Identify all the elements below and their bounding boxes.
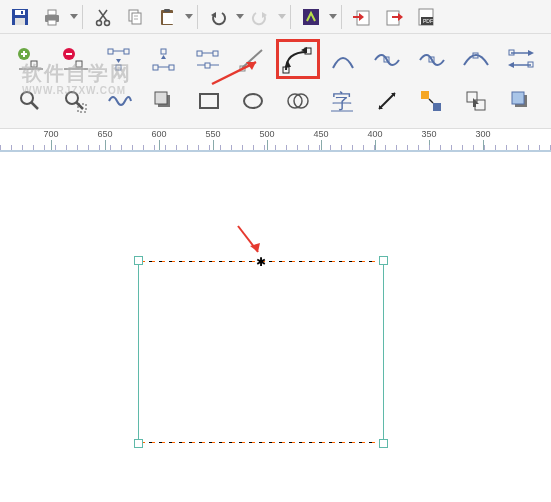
ellipse-button[interactable] xyxy=(232,81,275,121)
to-curve-button[interactable] xyxy=(276,39,320,79)
ruler-label: 350 xyxy=(421,129,436,139)
app-launcher-button[interactable] xyxy=(296,2,326,32)
svg-rect-45 xyxy=(169,65,174,70)
freehand-button[interactable] xyxy=(98,81,141,121)
svg-marker-63 xyxy=(528,50,534,56)
copy-button[interactable] xyxy=(120,2,150,32)
svg-rect-75 xyxy=(200,94,218,108)
break-node-button[interactable] xyxy=(142,39,184,79)
horizontal-ruler: 700650600550500450400350300 xyxy=(0,129,551,151)
print-button[interactable] xyxy=(37,2,67,32)
svg-point-76 xyxy=(244,94,262,108)
combine-button[interactable] xyxy=(276,81,319,121)
svg-rect-42 xyxy=(161,49,166,54)
publish-pdf-button[interactable]: PDF xyxy=(411,2,441,32)
smooth-node-button[interactable] xyxy=(366,39,408,79)
to-line-button[interactable] xyxy=(231,39,273,79)
arc-tool-button[interactable] xyxy=(322,39,364,79)
svg-text:字: 字 xyxy=(332,90,352,112)
svg-rect-2 xyxy=(15,18,25,25)
svg-point-10 xyxy=(105,20,110,25)
corner-handle-br[interactable] xyxy=(379,439,388,448)
svg-rect-85 xyxy=(433,103,441,111)
svg-rect-38 xyxy=(124,49,129,54)
redo-button[interactable] xyxy=(245,2,275,32)
svg-line-71 xyxy=(76,102,83,109)
zoom-button[interactable] xyxy=(9,81,52,121)
delete-node-button[interactable] xyxy=(53,39,95,79)
undo-button[interactable] xyxy=(203,2,233,32)
svg-rect-50 xyxy=(205,63,210,68)
svg-rect-44 xyxy=(153,65,158,70)
svg-rect-31 xyxy=(31,61,37,67)
ruler-label: 700 xyxy=(43,129,58,139)
svg-rect-37 xyxy=(108,49,113,54)
save-button[interactable] xyxy=(5,2,35,32)
cut-button[interactable] xyxy=(88,2,118,32)
svg-marker-43 xyxy=(161,55,166,59)
paste-dropdown[interactable] xyxy=(185,14,193,19)
app-dropdown[interactable] xyxy=(329,14,337,19)
svg-rect-91 xyxy=(512,92,524,104)
redo-dropdown[interactable] xyxy=(278,14,286,19)
svg-marker-66 xyxy=(508,62,514,68)
zoom-selection-button[interactable] xyxy=(54,81,97,121)
text-button[interactable]: 字 xyxy=(321,81,364,121)
export-button[interactable] xyxy=(379,2,409,32)
ruler-label: 300 xyxy=(475,129,490,139)
add-node-button[interactable] xyxy=(9,39,51,79)
connector-button[interactable] xyxy=(410,81,453,121)
svg-rect-48 xyxy=(213,51,218,56)
svg-line-81 xyxy=(379,93,395,109)
corner-handle-bl[interactable] xyxy=(134,439,143,448)
ruler-label: 400 xyxy=(367,129,382,139)
corner-handle-tl[interactable] xyxy=(134,256,143,265)
selected-rectangle[interactable]: ✱ xyxy=(138,260,384,444)
svg-rect-41 xyxy=(116,65,121,70)
shadow-button[interactable] xyxy=(143,81,186,121)
ruler-label: 500 xyxy=(259,129,274,139)
dimension-button[interactable] xyxy=(366,81,409,121)
print-dropdown[interactable] xyxy=(70,14,78,19)
svg-text:PDF: PDF xyxy=(423,18,433,24)
align-nodes-button[interactable] xyxy=(187,39,229,79)
svg-rect-5 xyxy=(48,10,56,15)
svg-rect-35 xyxy=(76,61,82,67)
svg-rect-84 xyxy=(421,91,429,99)
svg-marker-89 xyxy=(473,98,479,107)
ruler-label: 600 xyxy=(151,129,166,139)
ruler-label: 550 xyxy=(205,129,220,139)
svg-line-53 xyxy=(242,50,262,68)
rectangle-button[interactable] xyxy=(187,81,230,121)
corner-handle-tr[interactable] xyxy=(379,256,388,265)
reverse-direction-button[interactable] xyxy=(500,39,542,79)
svg-line-86 xyxy=(429,99,433,103)
svg-rect-47 xyxy=(197,51,202,56)
svg-rect-16 xyxy=(163,13,173,24)
main-toolbar: PDF xyxy=(0,0,551,34)
svg-line-69 xyxy=(31,102,38,109)
cusp-node-button[interactable] xyxy=(411,39,453,79)
import-button[interactable] xyxy=(347,2,377,32)
paste-button[interactable] xyxy=(152,2,182,32)
symmetric-node-button[interactable] xyxy=(455,39,497,79)
copy-properties-button[interactable] xyxy=(455,81,498,121)
svg-rect-17 xyxy=(164,9,170,12)
svg-rect-6 xyxy=(48,20,56,25)
undo-dropdown[interactable] xyxy=(236,14,244,19)
svg-rect-74 xyxy=(155,92,167,104)
join-nodes-button[interactable] xyxy=(98,39,140,79)
top-edge-node[interactable]: ✱ xyxy=(256,256,266,268)
effects-button[interactable] xyxy=(499,81,542,121)
svg-point-9 xyxy=(97,20,102,25)
ruler-label: 650 xyxy=(97,129,112,139)
svg-rect-1 xyxy=(15,10,25,15)
ruler-label: 450 xyxy=(313,129,328,139)
svg-marker-40 xyxy=(116,59,121,63)
shape-toolbar: 字 xyxy=(0,34,551,129)
svg-rect-3 xyxy=(21,11,23,14)
